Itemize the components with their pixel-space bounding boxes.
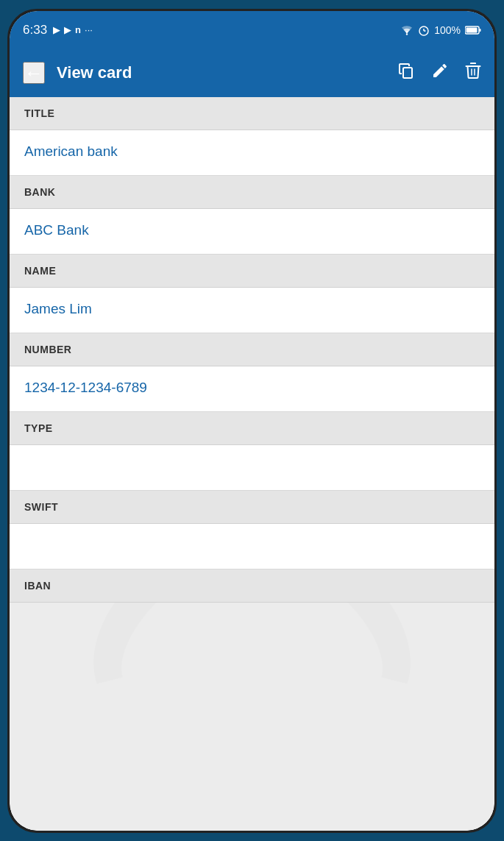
svg-rect-7 bbox=[403, 68, 412, 78]
swift-value bbox=[10, 524, 494, 569]
phone-screen: 6:33 ▶ ▶ n ··· bbox=[10, 11, 494, 831]
page-title: View card bbox=[57, 63, 397, 82]
number-field-group: NUMBER 1234-12-1234-6789 bbox=[10, 333, 494, 412]
number-value: 1234-12-1234-6789 bbox=[10, 366, 494, 412]
youtube-icon: ▶ bbox=[53, 24, 60, 35]
type-field-group: TYPE bbox=[10, 412, 494, 491]
svg-rect-6 bbox=[480, 29, 481, 32]
edit-button[interactable] bbox=[431, 62, 449, 84]
delete-button[interactable] bbox=[465, 62, 481, 84]
wifi-icon bbox=[400, 25, 414, 35]
back-button[interactable]: ← bbox=[23, 62, 45, 84]
title-label: TITLE bbox=[10, 97, 494, 130]
status-icons: ▶ ▶ n ··· bbox=[53, 24, 93, 35]
alarm-icon bbox=[418, 24, 430, 36]
bank-value: ABC Bank bbox=[10, 209, 494, 255]
phone-frame: 6:33 ▶ ▶ n ··· bbox=[7, 9, 497, 833]
name-value: James Lim bbox=[10, 288, 494, 333]
nav-bar: ← View card bbox=[10, 49, 494, 97]
title-value: American bank bbox=[10, 130, 494, 176]
copy-button[interactable] bbox=[397, 62, 415, 84]
bank-label: BANK bbox=[10, 176, 494, 209]
title-field-group: TITLE American bank bbox=[10, 97, 494, 176]
netflix-icon: n bbox=[75, 24, 81, 35]
status-bar: 6:33 ▶ ▶ n ··· bbox=[10, 11, 494, 49]
swift-field-group: SWIFT bbox=[10, 491, 494, 569]
battery-percent: 100% bbox=[434, 24, 461, 36]
iban-field-group: IBAN bbox=[10, 569, 494, 603]
nav-actions bbox=[397, 62, 481, 84]
number-label: NUMBER bbox=[10, 333, 494, 366]
more-icon: ··· bbox=[85, 24, 93, 35]
type-label: TYPE bbox=[10, 412, 494, 445]
status-right: 100% bbox=[400, 24, 481, 36]
name-label: NAME bbox=[10, 255, 494, 288]
battery-icon bbox=[465, 26, 481, 35]
swift-label: SWIFT bbox=[10, 491, 494, 524]
svg-rect-5 bbox=[466, 27, 478, 32]
status-left: 6:33 ▶ ▶ n ··· bbox=[23, 23, 93, 38]
name-field-group: NAME James Lim bbox=[10, 255, 494, 333]
type-value bbox=[10, 445, 494, 491]
bank-field-group: BANK ABC Bank bbox=[10, 176, 494, 255]
iban-label: IBAN bbox=[10, 569, 494, 603]
svg-point-0 bbox=[406, 33, 408, 35]
youtube2-icon: ▶ bbox=[64, 24, 71, 35]
content-area: TITLE American bank BANK ABC Bank NAME J… bbox=[10, 97, 494, 831]
status-time: 6:33 bbox=[23, 23, 47, 38]
